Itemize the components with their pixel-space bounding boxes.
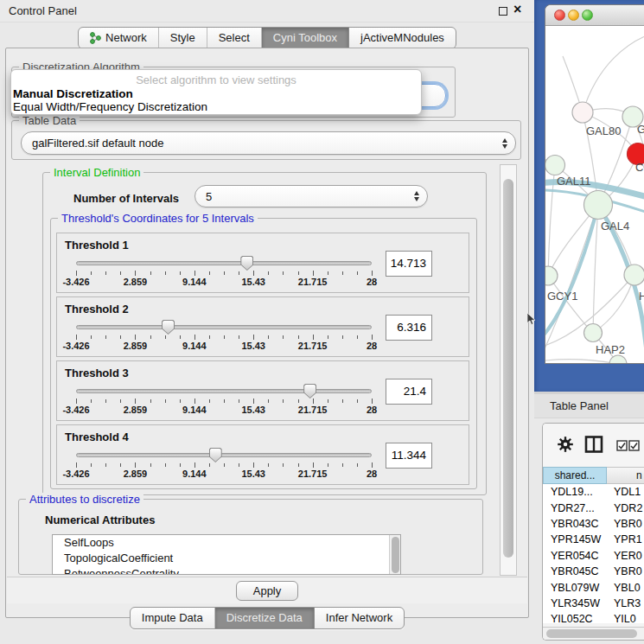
table-row[interactable]: YPR145WYPR1 [543,532,644,547]
cell-shared-name: YDL19... [543,486,607,498]
algorithm-option-equal-width-frequency-discretization[interactable]: Equal Width/Frequency Discretization [11,100,421,113]
top-tabs-segmented-control: NetworkStyleSelectCyni ToolboxjActiveMNo… [78,27,456,49]
tick-mark [357,335,358,339]
tick-label: 9.144 [182,405,207,415]
tab-label: Discretize Data [226,611,303,624]
threshold-value-field[interactable]: 11.344 [386,443,432,469]
table-hscrollbar[interactable] [543,627,644,640]
attributes-listbox[interactable]: SelfLoopsTopologicalCoefficientBetweenne… [52,534,401,575]
slider-thumb[interactable] [303,384,316,399]
tick-mark [91,335,92,339]
table-row[interactable]: YBR045CYBR0 [543,564,644,579]
checkbox-icon[interactable] [628,440,640,451]
table-row[interactable]: YER054CYER0 [543,548,644,564]
table-row[interactable]: YBL079WYBL0 [543,579,644,595]
close-traffic-light-icon[interactable] [554,10,565,21]
network-node[interactable] [584,324,603,342]
tick-mark [194,271,195,276]
network-node[interactable] [584,191,613,220]
tick-mark [372,271,373,276]
zoom-traffic-light-icon[interactable] [582,10,593,21]
tick-label: 9.144 [182,277,207,287]
network-node[interactable] [624,265,644,285]
slider-ticks [76,399,372,405]
tab-network[interactable]: Network [79,28,159,48]
cell-shared-name: YIL052C [543,613,607,623]
tick-label: 21.715 [298,277,328,287]
threshold-value-field[interactable]: 21.4 [386,379,432,405]
threshold-value-field[interactable]: 6.316 [386,315,432,341]
checkbox-filter-icons[interactable] [616,440,640,451]
panel-scrollbar[interactable] [500,164,517,576]
scroll-viewport: Interval Definition Number of Intervals … [11,163,497,576]
tab-infer-network[interactable]: Infer Network [315,608,404,628]
group-title-interval: Interval Definition [50,166,143,179]
tick-mark [357,271,358,275]
attribute-item-betweennesscentrality[interactable]: BetweennessCentrality [53,566,400,575]
apply-button[interactable]: Apply [236,581,298,601]
network-view-window[interactable]: GAL80GACGAL11GAL4GCY1HHAP2 [545,4,644,364]
scrollbar-thumb[interactable] [503,179,513,558]
threshold-slider[interactable]: -3.4262.8599.14415.4321.71528 [76,384,372,415]
tick-mark [76,462,77,468]
network-node[interactable] [572,102,593,123]
tick-mark [120,463,121,467]
minimize-traffic-light-icon[interactable] [568,10,579,21]
tick-mark [150,463,151,467]
slider-thumb[interactable] [162,320,175,335]
tick-mark [283,399,284,403]
tick-mark [224,335,225,339]
algorithm-option-manual-discretization[interactable]: Manual Discretization [11,87,421,100]
scrollbar-thumb[interactable] [546,629,637,638]
table-row[interactable]: YLR345WYLR3 [543,596,644,611]
table-row[interactable]: YIL052CYIL0 [543,611,644,623]
tab-label: Infer Network [326,611,392,624]
tab-impute-data[interactable]: Impute Data [131,608,215,628]
network-node[interactable] [609,355,627,364]
node-label: GAL80 [586,124,621,137]
cyni-toolbox-panel: Discretization Algorithm Table Data galF… [5,48,529,618]
tick-mark [298,335,299,339]
threshold-slider[interactable]: -3.4262.8599.14415.4321.71528 [76,448,372,479]
slider-ticks [76,462,372,469]
split-columns-icon[interactable] [584,435,603,457]
tab-jactivemnodules[interactable]: jActiveMNodules [349,28,456,48]
column-header-name[interactable]: n [607,467,644,484]
network-node[interactable] [545,156,565,175]
network-node[interactable] [545,266,558,285]
close-icon[interactable]: × [513,2,521,17]
slider-thumb[interactable] [240,256,253,271]
table-row[interactable]: YBR043CYBR0 [543,516,644,532]
number-of-intervals-dropdown[interactable]: 5 [194,185,428,207]
threshold-label: Threshold 4 [65,430,129,443]
tab-discretize-data[interactable]: Discretize Data [215,608,315,628]
tab-cyni-toolbox[interactable]: Cyni Toolbox [262,28,349,48]
tick-mark [165,335,166,339]
attribute-item-selfloops[interactable]: SelfLoops [53,535,400,551]
slider-thumb[interactable] [209,448,222,462]
tick-mark [342,463,343,467]
tick-label: 28 [367,405,377,415]
tab-select[interactable]: Select [207,28,262,48]
checkbox-icon[interactable] [616,440,628,451]
threshold-value-field[interactable]: 14.713 [386,251,432,277]
table-row[interactable]: YDR27...YDR2 [543,500,644,515]
table-data-dropdown[interactable]: galFiltered.sif default node [21,131,516,155]
tick-mark [239,271,239,275]
attributes-scrollbar[interactable] [389,535,400,574]
column-header-shared-name[interactable]: shared... [543,467,607,484]
tab-style[interactable]: Style [159,28,207,48]
threshold-slider[interactable]: -3.4262.8599.14415.4321.71528 [76,256,372,287]
float-window-icon[interactable] [499,7,507,16]
threshold-slider[interactable]: -3.4262.8599.14415.4321.71528 [76,320,372,351]
network-canvas[interactable]: GAL80GACGAL11GAL4GCY1HHAP2 [545,26,644,364]
tick-mark [328,335,328,339]
stepper-icon [414,191,419,201]
tick-mark [105,271,106,275]
node-label: GAL4 [601,220,629,233]
scrollbar-thumb[interactable] [392,537,399,573]
table-row[interactable]: YDL19...YDL1 [543,484,644,500]
tick-mark [253,462,254,468]
attribute-item-topologicalcoefficient[interactable]: TopologicalCoefficient [53,551,400,566]
gear-icon[interactable] [558,437,573,456]
